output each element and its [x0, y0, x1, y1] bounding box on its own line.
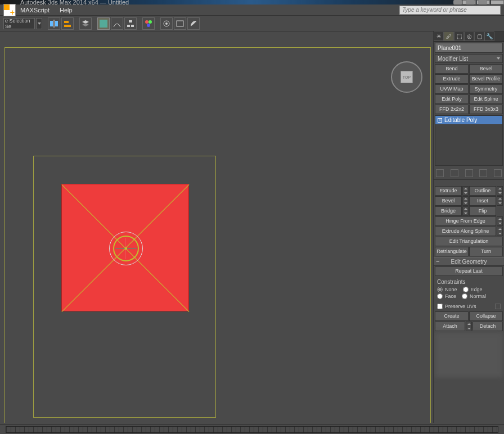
curve-editor-icon[interactable]	[111, 17, 123, 30]
constraint-face-radio[interactable]: Face	[437, 293, 456, 300]
obscured-panel-area	[435, 332, 503, 377]
attach-list-icon[interactable]	[466, 322, 472, 331]
rendered-frame-icon[interactable]	[174, 17, 186, 30]
selection-set-dropdown[interactable]	[36, 18, 42, 29]
svg-rect-4	[64, 21, 69, 23]
stack-expand-icon[interactable]: +	[438, 118, 442, 123]
constraint-normal-radio[interactable]: Normal	[462, 293, 486, 300]
modifier-symmetry-button[interactable]: Symmetry	[469, 84, 503, 94]
configure-sets-icon[interactable]	[494, 169, 502, 177]
bevel-settings-icon[interactable]	[462, 196, 469, 206]
viewport-top[interactable]: TOP	[4, 47, 431, 423]
show-end-result-icon[interactable]	[451, 169, 458, 177]
modifier-extrude-button[interactable]: Extrude	[435, 74, 469, 84]
creategeo-row: Create Collapse	[435, 311, 503, 321]
repeat-last-button[interactable]: Repeat Last	[435, 266, 503, 276]
svg-rect-0	[50, 21, 53, 26]
create-tab-icon[interactable]: ✳	[434, 31, 444, 41]
app-title: Autodesk 3ds Max 2014 x64 — Untitled	[20, 0, 129, 6]
mirror-icon[interactable]	[48, 17, 60, 30]
bridge-button[interactable]: Bridge	[435, 206, 462, 216]
detach-button[interactable]: Detach	[472, 322, 503, 331]
material-editor-icon[interactable]	[142, 17, 155, 30]
modifier-bevelprofile-button[interactable]: Bevel Profile	[469, 74, 503, 84]
constraint-edge-radio[interactable]: Edge	[463, 286, 483, 293]
hinge-settings-icon[interactable]	[497, 216, 503, 226]
svg-rect-1	[55, 21, 58, 26]
create-button[interactable]: Create	[435, 311, 469, 321]
svg-rect-10	[131, 25, 134, 27]
render-production-icon[interactable]	[187, 17, 200, 30]
bridge-settings-icon[interactable]	[462, 206, 469, 216]
extrude-settings-icon[interactable]	[462, 186, 469, 196]
extrude-spline-settings-icon[interactable]	[497, 227, 503, 236]
viewcube[interactable]: TOP	[391, 61, 422, 93]
poly-row-3: Bridge Flip	[435, 206, 503, 216]
extrude-button[interactable]: Extrude	[435, 186, 462, 196]
modifier-bevel-button[interactable]: Bevel	[469, 64, 503, 74]
schematic-view-icon[interactable]	[124, 17, 137, 30]
modifier-editpoly-button[interactable]: Edit Poly	[435, 94, 469, 104]
collapse-button[interactable]: Collapse	[469, 311, 503, 321]
pin-stack-icon[interactable]	[436, 169, 444, 177]
icon-exchange[interactable]	[466, 0, 475, 4]
selection-set-combo[interactable]: e Selection Se	[3, 18, 35, 29]
icon-subscription[interactable]	[453, 0, 462, 4]
remove-modifier-icon[interactable]	[479, 169, 487, 177]
modifier-stack-editablepoly[interactable]: + Editable Poly	[435, 116, 502, 124]
modifier-list-dropdown[interactable]: Modifier List	[435, 54, 503, 63]
svg-rect-16	[177, 21, 183, 26]
make-unique-icon[interactable]	[465, 169, 473, 177]
modifier-stack[interactable]: + Editable Poly	[435, 115, 503, 166]
command-panel-tabs: ✳ 🖊 ⬚ ◎ ▢ 🔧	[434, 31, 504, 42]
rollout-toggle-icon[interactable]: −	[436, 258, 439, 265]
hinge-from-edge-button[interactable]: Hinge From Edge	[435, 216, 496, 226]
edit-geometry-header[interactable]: − Edit Geometry	[434, 257, 504, 266]
menu-help[interactable]: Help	[60, 7, 73, 13]
preserve-uvs-settings-icon[interactable]	[495, 304, 501, 309]
svg-rect-3	[64, 25, 71, 27]
app-icon[interactable]	[3, 4, 16, 16]
menu-bar: MAXScript Help	[0, 4, 504, 16]
retriangulate-button[interactable]: Retriangulate	[435, 247, 469, 256]
turn-button[interactable]: Turn	[469, 247, 503, 256]
motion-tab-icon[interactable]: ◎	[464, 31, 474, 41]
constraint-none-radio[interactable]: None	[437, 286, 457, 293]
display-tab-icon[interactable]: ▢	[474, 31, 484, 41]
icon-signin[interactable]	[478, 0, 487, 4]
modify-tab-icon[interactable]: 🖊	[444, 31, 454, 41]
outline-button[interactable]: Outline	[469, 186, 496, 196]
timeline-ruler[interactable]	[6, 426, 498, 433]
rotate-gizmo-center[interactable]	[125, 247, 127, 250]
stack-item-label: Editable Poly	[444, 117, 477, 123]
attach-button[interactable]: Attach	[435, 322, 465, 331]
modifier-uvwmap-button[interactable]: UVW Map	[435, 84, 469, 94]
modifier-ffd3-button[interactable]: FFD 3x3x3	[469, 105, 503, 114]
layers-icon[interactable]	[79, 17, 92, 30]
outline-settings-icon[interactable]	[497, 186, 503, 196]
menu-maxscript[interactable]: MAXScript	[20, 7, 50, 13]
hierarchy-tab-icon[interactable]: ⬚	[454, 31, 464, 41]
modifier-bend-button[interactable]: Bend	[435, 64, 469, 74]
extrude-along-spline-button[interactable]: Extrude Along Spline	[435, 227, 496, 236]
inset-button[interactable]: Inset	[469, 196, 496, 206]
modifier-editspline-button[interactable]: Edit Spline	[469, 94, 503, 104]
constraints-label: Constraints	[437, 278, 501, 286]
close-button[interactable]	[490, 0, 504, 4]
align-icon[interactable]	[61, 17, 74, 30]
graphite-ribbon-icon[interactable]	[97, 17, 110, 30]
utilities-tab-icon[interactable]: 🔧	[484, 31, 494, 41]
inset-settings-icon[interactable]	[497, 196, 503, 206]
modifier-ffd2-button[interactable]: FFD 2x2x2	[435, 105, 469, 114]
search-input[interactable]	[399, 6, 501, 15]
preserve-uvs-checkbox[interactable]: Preserve UVs	[437, 303, 501, 310]
attach-row: Attach Detach	[435, 322, 503, 331]
flip-button[interactable]: Flip	[469, 206, 496, 216]
title-icons	[453, 0, 487, 4]
edit-geometry-label: Edit Geometry	[451, 259, 487, 265]
edit-triangulation-button[interactable]: Edit Triangulation	[435, 237, 503, 246]
viewcube-face[interactable]: TOP	[400, 71, 413, 83]
bevel-button[interactable]: Bevel	[435, 196, 462, 206]
render-setup-icon[interactable]	[160, 17, 173, 30]
object-name-input[interactable]: Plane001	[435, 43, 503, 53]
